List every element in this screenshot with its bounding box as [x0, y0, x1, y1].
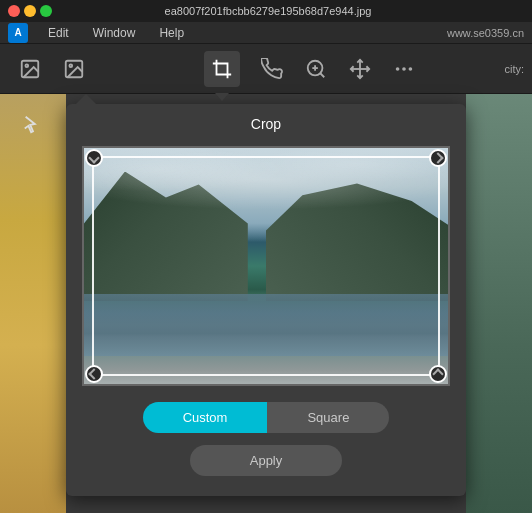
- toolbar: city:: [0, 44, 532, 94]
- title-bar: ea8007f201fbcbb6279e195b68d7e944.jpg: [0, 0, 532, 22]
- svg-point-3: [69, 64, 72, 67]
- crop-panel-wrapper: Crop Custom Square Apply: [66, 94, 466, 496]
- crop-panel-title: Crop: [82, 116, 450, 132]
- custom-button[interactable]: Custom: [143, 402, 268, 433]
- svg-point-12: [397, 68, 399, 70]
- tool-image[interactable]: [12, 51, 48, 87]
- svg-point-10: [403, 68, 405, 70]
- app-icon: A: [8, 23, 28, 43]
- crop-handle-tr[interactable]: [429, 149, 447, 167]
- crop-panel: Crop Custom Square Apply: [66, 104, 466, 496]
- aspect-ratio-toggle: Custom Square: [82, 402, 450, 433]
- tool-image2[interactable]: [56, 51, 92, 87]
- crop-handle-br[interactable]: [429, 365, 447, 383]
- tool-move[interactable]: [342, 51, 378, 87]
- website-watermark: www.se0359.cn: [447, 27, 524, 39]
- apply-row: Apply: [82, 445, 450, 476]
- left-sidebar: [0, 94, 66, 144]
- tool-more[interactable]: [386, 51, 422, 87]
- crop-panel-triangle: [76, 94, 96, 104]
- menu-window[interactable]: Window: [89, 24, 140, 42]
- window-title: ea8007f201fbcbb6279e195b68d7e944.jpg: [12, 5, 524, 17]
- menu-bar: A Edit Window Help www.se0359.cn: [0, 22, 532, 44]
- image-preview: [82, 146, 450, 386]
- svg-point-1: [25, 64, 28, 67]
- apply-button[interactable]: Apply: [190, 445, 343, 476]
- menu-edit[interactable]: Edit: [44, 24, 73, 42]
- square-button[interactable]: Square: [267, 402, 389, 433]
- crop-selection[interactable]: [92, 156, 440, 376]
- sidebar-cursor-tool[interactable]: [13, 104, 53, 144]
- opacity-label: city:: [504, 63, 524, 75]
- crop-handle-tl[interactable]: [85, 149, 103, 167]
- svg-line-5: [320, 73, 324, 77]
- bg-right-strip: [466, 94, 532, 513]
- tool-phone[interactable]: [254, 51, 290, 87]
- menu-help[interactable]: Help: [155, 24, 188, 42]
- bg-left-strip: [0, 94, 66, 513]
- svg-point-11: [410, 68, 412, 70]
- crop-handle-bl[interactable]: [85, 365, 103, 383]
- tool-crop[interactable]: [204, 51, 240, 87]
- tool-zoom[interactable]: [298, 51, 334, 87]
